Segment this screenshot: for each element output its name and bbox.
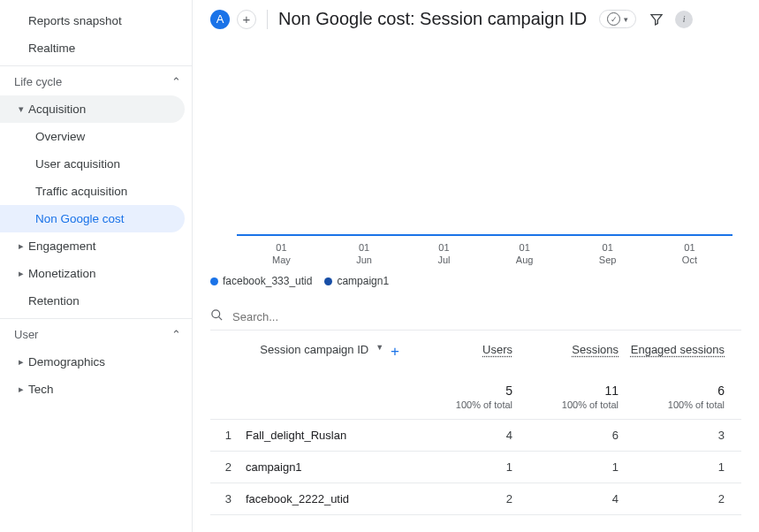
- metric-header-sessions: Sessions: [520, 343, 626, 361]
- report-header: A + Non Google cost: Session campaign ID…: [203, 0, 748, 40]
- caret-right-icon: ▸: [14, 356, 28, 368]
- sidebar-item-reports-snapshot[interactable]: Reports snapshot: [0, 7, 192, 34]
- dropdown-caret-icon: ▾: [624, 15, 628, 24]
- row-dimension: facebook_2222_utid: [246, 492, 414, 505]
- chart-tick: 01Aug: [516, 236, 534, 267]
- caret-down-icon: ▾: [14, 103, 28, 115]
- metric-header-users: Users: [414, 343, 520, 361]
- legend-item[interactable]: campaign1: [324, 275, 389, 287]
- add-comparison-button[interactable]: +: [237, 10, 256, 29]
- sidebar-item-acquisition[interactable]: ▾ Acquisition: [0, 95, 185, 123]
- chart-x-axis: 01May01Jun01Jul01Aug01Sep01Oct: [237, 236, 732, 267]
- search-input[interactable]: [232, 310, 741, 323]
- check-circle-icon: ✓: [607, 12, 620, 26]
- total-users: 5 100% of total: [414, 384, 520, 410]
- table-row[interactable]: 3facebook_2222_utid242: [210, 483, 741, 515]
- row-users: 2: [414, 492, 520, 505]
- row-index: 3: [210, 492, 246, 505]
- page-title: Non Google cost: Session campaign ID: [278, 9, 587, 29]
- status-pill[interactable]: ✓ ▾: [599, 10, 636, 28]
- chart-tick: 01May: [272, 236, 291, 267]
- sidebar-item-tech[interactable]: ▸ Tech: [0, 376, 192, 403]
- chart-tick: 01Sep: [599, 236, 617, 267]
- chart-tick: 01Jul: [437, 236, 450, 267]
- svg-line-1: [218, 316, 222, 320]
- info-icon[interactable]: i: [675, 11, 693, 28]
- chart-tick: 01Oct: [682, 236, 697, 267]
- row-sessions: 1: [520, 460, 626, 474]
- chart-area: 01May01Jun01Jul01Aug01Sep01Oct facebook_…: [210, 40, 741, 261]
- table-header: Session campaign ID ▼ + Users Sessions E…: [210, 331, 741, 368]
- row-index: 2: [210, 460, 246, 474]
- row-sessions: 6: [520, 429, 626, 442]
- sidebar-category-user[interactable]: User ⌃: [0, 318, 192, 348]
- chart-tick: 01Jun: [356, 236, 372, 267]
- sidebar-item-engagement[interactable]: ▸ Engagement: [0, 232, 192, 260]
- sidebar-item-traffic-acquisition[interactable]: Traffic acquisition: [0, 178, 192, 205]
- divider: [267, 10, 268, 29]
- sidebar-item-non-google-cost[interactable]: Non Google cost: [0, 205, 185, 232]
- sidebar-item-retention[interactable]: Retention: [0, 287, 192, 315]
- table-search: [210, 303, 741, 331]
- metric-header-engaged-sessions: Engaged sessions: [626, 343, 732, 361]
- legend-item[interactable]: facebook_333_utid: [210, 275, 312, 287]
- sidebar: Reports snapshot Realtime Life cycle ⌃ ▾…: [0, 0, 193, 532]
- table-totals-row: 5 100% of total 11 100% of total 6 100% …: [210, 368, 741, 420]
- row-engaged-sessions: 1: [626, 460, 732, 474]
- add-dimension-button[interactable]: +: [391, 343, 399, 361]
- sidebar-item-user-acquisition[interactable]: User acquisition: [0, 150, 192, 178]
- sidebar-item-realtime[interactable]: Realtime: [0, 34, 192, 62]
- chart-legend: facebook_333_utidcampaign1: [210, 275, 389, 287]
- chevron-up-icon: ⌃: [171, 75, 181, 88]
- row-dimension: campaign1: [246, 460, 414, 474]
- legend-dot-icon: [324, 277, 332, 285]
- sidebar-item-demographics[interactable]: ▸ Demographics: [0, 348, 192, 376]
- table-row[interactable]: 2campaign1111: [210, 452, 741, 483]
- row-engaged-sessions: 3: [626, 429, 732, 442]
- row-index: 1: [210, 429, 246, 442]
- chevron-up-icon: ⌃: [171, 328, 181, 341]
- sidebar-item-overview[interactable]: Overview: [0, 123, 192, 150]
- sidebar-item-monetization[interactable]: ▸ Monetization: [0, 260, 192, 287]
- data-table: Session campaign ID ▼ + Users Sessions E…: [210, 331, 741, 515]
- caret-right-icon: ▸: [14, 268, 28, 279]
- row-sessions: 4: [520, 492, 626, 505]
- svg-point-0: [212, 310, 220, 318]
- row-users: 4: [414, 429, 520, 442]
- caret-right-icon: ▸: [14, 240, 28, 252]
- row-dimension: Fall_delight_Ruslan: [246, 429, 414, 442]
- dimension-label[interactable]: Session campaign ID: [260, 343, 368, 356]
- dimension-dropdown-icon[interactable]: ▼: [376, 343, 383, 352]
- dimension-header: Session campaign ID ▼ +: [210, 343, 414, 361]
- caret-right-icon: ▸: [14, 384, 28, 395]
- search-icon: [210, 308, 224, 324]
- main-content: A + Non Google cost: Session campaign ID…: [193, 0, 759, 532]
- legend-dot-icon: [210, 277, 218, 285]
- total-sessions: 11 100% of total: [520, 384, 626, 410]
- sidebar-category-life-cycle[interactable]: Life cycle ⌃: [0, 65, 192, 95]
- table-row[interactable]: 1Fall_delight_Ruslan463: [210, 420, 741, 452]
- avatar[interactable]: A: [210, 10, 230, 29]
- row-users: 1: [414, 460, 520, 474]
- total-engaged-sessions: 6 100% of total: [626, 384, 732, 410]
- filter-icon[interactable]: [649, 12, 664, 27]
- row-engaged-sessions: 2: [626, 492, 732, 505]
